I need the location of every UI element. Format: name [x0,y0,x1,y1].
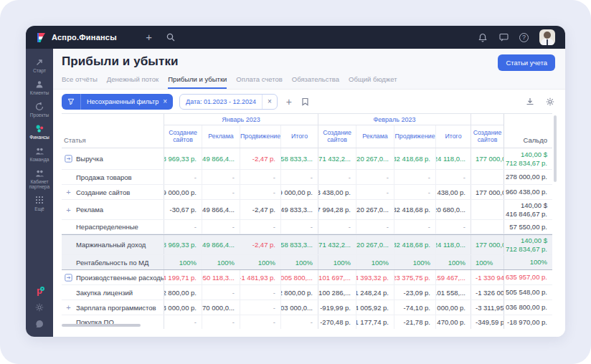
add-subarticle-icon[interactable]: + [65,188,72,196]
table-cell: -270,48 р. [318,315,356,329]
month-group-february: Февраль 2023 [318,114,471,125]
column-header: Итого [435,125,471,148]
table-row[interactable]: Закупка лицензий-2 800,00 р.---2 800,00 … [62,285,552,300]
table-cell: 3 249 833,3... [280,200,318,219]
table-cell: 100% [280,255,318,269]
unsaved-filter-label: Несохраненный фильтр [87,98,159,105]
saldo-cell: 140,00 $47 712 834,67 р. [503,148,552,169]
table-cell: 3 024 118,0... [435,148,471,169]
sidebar-item-finance[interactable]: Финансы [26,121,53,143]
table-row[interactable]: Продажа товаров--------278 000,00 р. [62,170,552,185]
tab-0[interactable]: Все отчёты [62,75,98,89]
help-icon[interactable]: ? [519,33,529,42]
unsaved-filter-button[interactable]: Несохраненный фильтр× [62,94,173,110]
saldo-cell: 140,00 $47 712 834,67 р. [503,235,552,254]
table-cell: -74,10 р. [394,300,435,315]
sidebar-item-label: Команда [30,157,49,162]
user-avatar[interactable] [539,29,555,45]
table-cell: 803 438,00 р. [435,185,471,199]
search-icon[interactable] [166,32,176,42]
saldo-cell: -19 036 800,00 р. [503,300,552,315]
download-icon[interactable] [525,97,535,107]
sidebar-item-projects[interactable]: Проекты [26,99,53,121]
table-row[interactable]: +Зарплата программистов-33 000,00 р.-770… [62,300,552,315]
settings-gear-icon[interactable] [35,303,44,312]
table-row[interactable]: Маржинальный доход8 969,33 р.3 249 866,4… [62,234,552,255]
tab-5[interactable]: Общий бюджет [349,75,397,89]
article-label: Рентабельность по МД [76,259,148,267]
saldo-cell: -17 505 548,00 р. [503,285,552,300]
saldo-line: 140,00 $ [521,201,547,210]
tab-4[interactable]: Обязательства [292,75,339,89]
date-filter-chip[interactable]: Дата: 01.2023 - 12.2024 × [179,94,278,110]
horizontal-scrollbar[interactable] [62,324,141,327]
vertical-scrollbar[interactable] [554,115,557,182]
table-cell: -2,47 р. [240,200,280,219]
create-icon[interactable]: + [144,32,154,42]
sidebar-item-start[interactable]: Старт [26,54,53,77]
notifications-bell-icon[interactable] [478,32,488,42]
table-cell: -33 000,00 р. [164,300,202,315]
filter-bar: Несохраненный фильтр× Дата: 01.2023 - 12… [53,90,565,113]
add-filter-icon[interactable]: + [284,97,294,107]
finance-icon [35,124,44,133]
table-cell [471,170,503,184]
table-header: СтатьяЯнварь 2023Февраль 2023СальдоСозда… [62,113,552,148]
save-filter-bookmark-icon[interactable] [301,97,311,107]
add-subarticle-icon[interactable]: + [65,304,72,311]
add-subarticle-icon[interactable]: + [65,206,72,214]
tab-profit-loss[interactable]: Прибыли и убытки [168,75,227,89]
remove-filter-icon[interactable]: × [163,97,167,105]
sidebar-item-more[interactable]: Ещё [26,193,53,215]
table-row[interactable]: Покупка ПО-----270,48 р.-1 177,74 р.-21,… [62,315,552,329]
tab-3[interactable]: Оплата счетов [236,75,282,89]
table-row[interactable]: Производственные расходы-54 199,71 р.-95… [62,270,552,285]
table-cell: -1 159 467,... [435,270,471,284]
column-header: Итого [280,125,318,148]
table-cell: - [202,285,240,300]
partner-program-icon[interactable]: p [37,287,42,295]
expand-article-icon[interactable] [65,155,72,163]
table-cell: -4 005,92 р. [356,300,394,315]
table-cell: 2 220 680,0... [435,200,471,219]
page-header: Прибыли и убытки Статьи учета Все отчёты… [53,49,565,90]
table-cell: -1 330 949,... [471,270,503,284]
sidebar-item-clients[interactable]: Клиенты [26,77,53,99]
table-cell: - [318,220,356,234]
saldo-line: 47 712 834,67 р. [503,245,547,254]
table-cell: - [394,185,435,199]
table-row[interactable]: Рентабельность по МД100%100%100%100%100%… [62,255,552,270]
table-row[interactable]: Нераспределенные--------57 550,00 р. [62,220,552,234]
table-cell: 100% [318,255,356,269]
messages-icon[interactable] [498,32,509,42]
column-header: Создание сайтов [318,125,356,148]
sidebar-item-partner[interactable]: Кабинет партнера [26,166,53,193]
filter-funnel-icon[interactable] [62,94,80,110]
sidebar-item-team[interactable]: Команда [26,143,53,166]
sidebar-item-label: Кабинет партнера [27,179,52,189]
saldo-line: 278 000,00 р. [506,173,547,181]
article-label: Закупка лицензий [76,289,133,297]
table-cell: -23 375,75 р. [394,270,435,284]
saldo-cell: -18 970,00 р. [503,315,552,329]
table-cell: 100% [394,255,435,269]
table-cell: 100% [164,255,202,269]
saldo-cell: 278 000,00 р. [503,170,552,184]
table-cell [471,220,503,234]
table-cell: - [164,170,202,184]
support-chat-icon[interactable] [35,320,44,328]
tab-1[interactable]: Денежный поток [107,75,159,89]
table-row[interactable]: Выручка8 969,33 р.3 249 866,4...-2,47 р.… [62,148,552,170]
table-cell: -1 177,74 р. [356,315,394,329]
table-cell: 3 249 866,4... [202,200,240,219]
table-row[interactable]: +Реклама-30,67 р.3 249 866,4...-2,47 р.3… [62,200,552,220]
accounting-articles-button[interactable]: Статьи учета [498,54,555,71]
remove-date-filter-icon[interactable]: × [263,97,277,105]
table-cell: -950 118,3... [202,270,240,284]
expand-article-icon[interactable] [65,274,72,282]
table-cell: - [280,220,318,234]
table-cell: 1 720 267,0... [356,235,394,254]
table-row[interactable]: +Создание сайтов9 000,00 р.--9 000,00 р.… [62,185,552,200]
table-cell: -919,99 р. [318,300,356,315]
table-settings-gear-icon[interactable] [545,97,555,107]
